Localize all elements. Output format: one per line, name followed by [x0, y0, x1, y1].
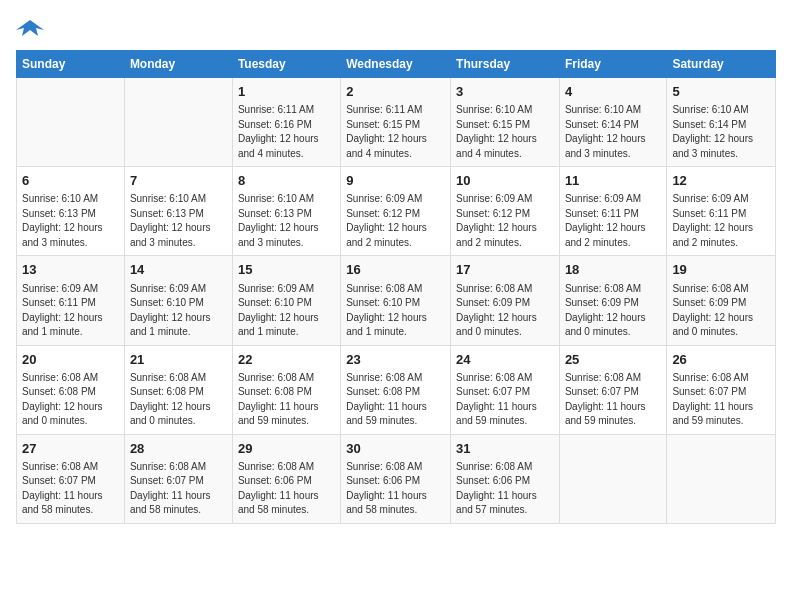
day-number: 30: [346, 440, 445, 458]
day-number: 3: [456, 83, 554, 101]
calendar-cell: 8Sunrise: 6:10 AM Sunset: 6:13 PM Daylig…: [232, 167, 340, 256]
day-info: Sunrise: 6:08 AM Sunset: 6:06 PM Dayligh…: [238, 460, 335, 518]
day-number: 7: [130, 172, 227, 190]
day-info: Sunrise: 6:11 AM Sunset: 6:16 PM Dayligh…: [238, 103, 335, 161]
day-number: 20: [22, 351, 119, 369]
logo-icon: [16, 16, 44, 40]
day-number: 23: [346, 351, 445, 369]
day-info: Sunrise: 6:08 AM Sunset: 6:06 PM Dayligh…: [346, 460, 445, 518]
calendar-cell: 25Sunrise: 6:08 AM Sunset: 6:07 PM Dayli…: [559, 345, 666, 434]
calendar-cell: 9Sunrise: 6:09 AM Sunset: 6:12 PM Daylig…: [341, 167, 451, 256]
day-number: 27: [22, 440, 119, 458]
day-info: Sunrise: 6:08 AM Sunset: 6:10 PM Dayligh…: [346, 282, 445, 340]
calendar-cell: [17, 78, 125, 167]
calendar-cell: 12Sunrise: 6:09 AM Sunset: 6:11 PM Dayli…: [667, 167, 776, 256]
header-day-thursday: Thursday: [451, 51, 560, 78]
week-row-1: 1Sunrise: 6:11 AM Sunset: 6:16 PM Daylig…: [17, 78, 776, 167]
calendar-cell: 30Sunrise: 6:08 AM Sunset: 6:06 PM Dayli…: [341, 434, 451, 523]
day-number: 10: [456, 172, 554, 190]
day-info: Sunrise: 6:09 AM Sunset: 6:12 PM Dayligh…: [346, 192, 445, 250]
day-info: Sunrise: 6:10 AM Sunset: 6:15 PM Dayligh…: [456, 103, 554, 161]
day-number: 17: [456, 261, 554, 279]
day-number: 1: [238, 83, 335, 101]
calendar-cell: 5Sunrise: 6:10 AM Sunset: 6:14 PM Daylig…: [667, 78, 776, 167]
day-number: 29: [238, 440, 335, 458]
day-info: Sunrise: 6:08 AM Sunset: 6:08 PM Dayligh…: [346, 371, 445, 429]
day-info: Sunrise: 6:10 AM Sunset: 6:13 PM Dayligh…: [22, 192, 119, 250]
calendar-cell: 3Sunrise: 6:10 AM Sunset: 6:15 PM Daylig…: [451, 78, 560, 167]
calendar-cell: [667, 434, 776, 523]
calendar-cell: 20Sunrise: 6:08 AM Sunset: 6:08 PM Dayli…: [17, 345, 125, 434]
calendar-cell: 15Sunrise: 6:09 AM Sunset: 6:10 PM Dayli…: [232, 256, 340, 345]
day-info: Sunrise: 6:08 AM Sunset: 6:07 PM Dayligh…: [456, 371, 554, 429]
header-day-wednesday: Wednesday: [341, 51, 451, 78]
day-number: 28: [130, 440, 227, 458]
day-info: Sunrise: 6:09 AM Sunset: 6:10 PM Dayligh…: [238, 282, 335, 340]
day-number: 15: [238, 261, 335, 279]
calendar-cell: 31Sunrise: 6:08 AM Sunset: 6:06 PM Dayli…: [451, 434, 560, 523]
day-info: Sunrise: 6:08 AM Sunset: 6:09 PM Dayligh…: [672, 282, 770, 340]
calendar-cell: [559, 434, 666, 523]
day-number: 25: [565, 351, 661, 369]
calendar-cell: 19Sunrise: 6:08 AM Sunset: 6:09 PM Dayli…: [667, 256, 776, 345]
day-number: 26: [672, 351, 770, 369]
day-number: 24: [456, 351, 554, 369]
day-number: 19: [672, 261, 770, 279]
svg-marker-0: [16, 20, 44, 36]
day-number: 11: [565, 172, 661, 190]
calendar-cell: 1Sunrise: 6:11 AM Sunset: 6:16 PM Daylig…: [232, 78, 340, 167]
day-info: Sunrise: 6:08 AM Sunset: 6:08 PM Dayligh…: [130, 371, 227, 429]
calendar-cell: 16Sunrise: 6:08 AM Sunset: 6:10 PM Dayli…: [341, 256, 451, 345]
calendar-cell: 24Sunrise: 6:08 AM Sunset: 6:07 PM Dayli…: [451, 345, 560, 434]
header-day-tuesday: Tuesday: [232, 51, 340, 78]
day-number: 12: [672, 172, 770, 190]
day-info: Sunrise: 6:08 AM Sunset: 6:08 PM Dayligh…: [22, 371, 119, 429]
calendar-cell: 22Sunrise: 6:08 AM Sunset: 6:08 PM Dayli…: [232, 345, 340, 434]
logo: [16, 16, 48, 40]
day-info: Sunrise: 6:10 AM Sunset: 6:14 PM Dayligh…: [672, 103, 770, 161]
calendar-cell: 2Sunrise: 6:11 AM Sunset: 6:15 PM Daylig…: [341, 78, 451, 167]
day-number: 21: [130, 351, 227, 369]
day-number: 8: [238, 172, 335, 190]
day-info: Sunrise: 6:10 AM Sunset: 6:13 PM Dayligh…: [130, 192, 227, 250]
day-number: 2: [346, 83, 445, 101]
calendar-cell: 26Sunrise: 6:08 AM Sunset: 6:07 PM Dayli…: [667, 345, 776, 434]
calendar-cell: 7Sunrise: 6:10 AM Sunset: 6:13 PM Daylig…: [124, 167, 232, 256]
day-number: 9: [346, 172, 445, 190]
day-info: Sunrise: 6:09 AM Sunset: 6:10 PM Dayligh…: [130, 282, 227, 340]
day-info: Sunrise: 6:08 AM Sunset: 6:07 PM Dayligh…: [130, 460, 227, 518]
calendar-cell: [124, 78, 232, 167]
day-info: Sunrise: 6:08 AM Sunset: 6:07 PM Dayligh…: [565, 371, 661, 429]
calendar-cell: 28Sunrise: 6:08 AM Sunset: 6:07 PM Dayli…: [124, 434, 232, 523]
day-info: Sunrise: 6:09 AM Sunset: 6:11 PM Dayligh…: [672, 192, 770, 250]
day-number: 4: [565, 83, 661, 101]
calendar-cell: 21Sunrise: 6:08 AM Sunset: 6:08 PM Dayli…: [124, 345, 232, 434]
calendar-cell: 13Sunrise: 6:09 AM Sunset: 6:11 PM Dayli…: [17, 256, 125, 345]
calendar-cell: 23Sunrise: 6:08 AM Sunset: 6:08 PM Dayli…: [341, 345, 451, 434]
week-row-4: 20Sunrise: 6:08 AM Sunset: 6:08 PM Dayli…: [17, 345, 776, 434]
header-day-saturday: Saturday: [667, 51, 776, 78]
calendar-cell: 14Sunrise: 6:09 AM Sunset: 6:10 PM Dayli…: [124, 256, 232, 345]
calendar-cell: 17Sunrise: 6:08 AM Sunset: 6:09 PM Dayli…: [451, 256, 560, 345]
day-info: Sunrise: 6:08 AM Sunset: 6:09 PM Dayligh…: [565, 282, 661, 340]
day-info: Sunrise: 6:08 AM Sunset: 6:07 PM Dayligh…: [672, 371, 770, 429]
page-header: [16, 16, 776, 40]
calendar-cell: 4Sunrise: 6:10 AM Sunset: 6:14 PM Daylig…: [559, 78, 666, 167]
day-info: Sunrise: 6:08 AM Sunset: 6:07 PM Dayligh…: [22, 460, 119, 518]
calendar-cell: 18Sunrise: 6:08 AM Sunset: 6:09 PM Dayli…: [559, 256, 666, 345]
week-row-5: 27Sunrise: 6:08 AM Sunset: 6:07 PM Dayli…: [17, 434, 776, 523]
day-number: 16: [346, 261, 445, 279]
day-info: Sunrise: 6:09 AM Sunset: 6:12 PM Dayligh…: [456, 192, 554, 250]
header-day-monday: Monday: [124, 51, 232, 78]
day-info: Sunrise: 6:08 AM Sunset: 6:06 PM Dayligh…: [456, 460, 554, 518]
day-info: Sunrise: 6:09 AM Sunset: 6:11 PM Dayligh…: [22, 282, 119, 340]
calendar-cell: 29Sunrise: 6:08 AM Sunset: 6:06 PM Dayli…: [232, 434, 340, 523]
day-info: Sunrise: 6:08 AM Sunset: 6:08 PM Dayligh…: [238, 371, 335, 429]
day-number: 22: [238, 351, 335, 369]
calendar-table: SundayMondayTuesdayWednesdayThursdayFrid…: [16, 50, 776, 524]
day-number: 18: [565, 261, 661, 279]
header-day-sunday: Sunday: [17, 51, 125, 78]
day-info: Sunrise: 6:11 AM Sunset: 6:15 PM Dayligh…: [346, 103, 445, 161]
day-number: 13: [22, 261, 119, 279]
day-number: 5: [672, 83, 770, 101]
